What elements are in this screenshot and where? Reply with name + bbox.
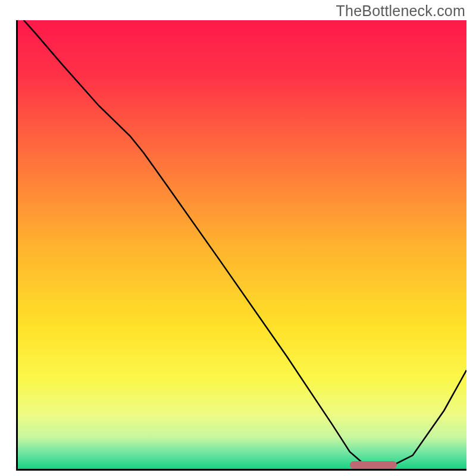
plot-svg [18,20,466,469]
optimal-range-marker [350,461,397,469]
watermark-text: TheBottleneck.com [336,2,465,20]
gradient-fill-rect [18,20,466,469]
chart-container: TheBottleneck.com [0,0,476,476]
